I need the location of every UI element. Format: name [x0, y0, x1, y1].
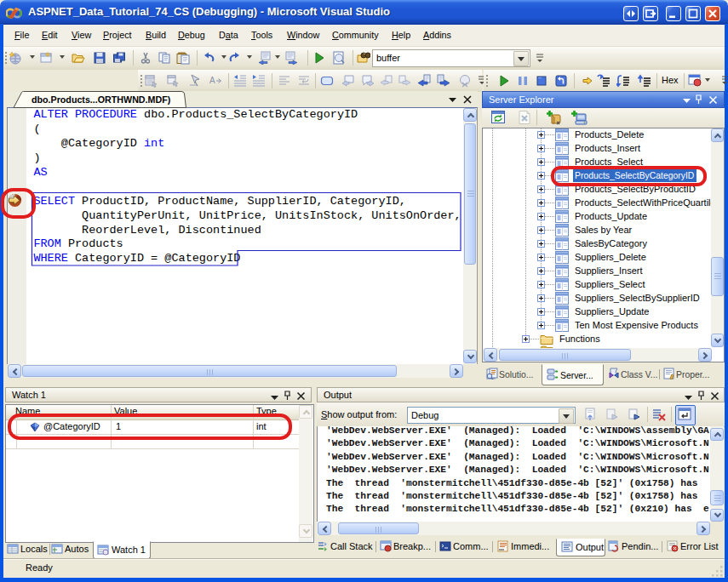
svg-text:A: A — [209, 76, 215, 85]
